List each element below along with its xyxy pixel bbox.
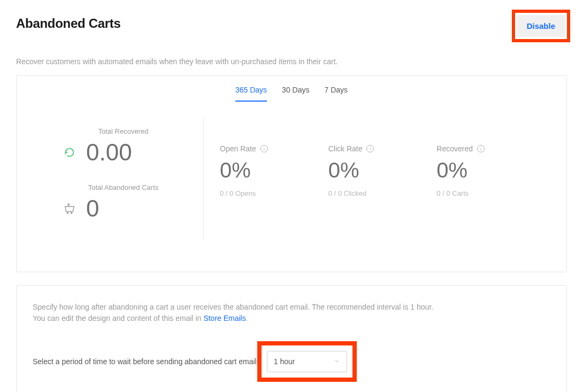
total-recovered-value: 0.00 (86, 141, 132, 164)
info-icon[interactable]: i (366, 145, 374, 152)
open-rate-sub: 0 / 0 Opens (220, 189, 328, 197)
info-icon[interactable]: i (260, 145, 268, 152)
click-rate-sub: 0 / 0 Clicked (328, 189, 437, 197)
open-rate-label: Open Rate (220, 144, 256, 153)
settings-help-text: Specify how long after abandoning a cart… (33, 302, 550, 324)
date-range-tabs: 365 Days 30 Days 7 Days (17, 76, 566, 102)
help-line-1: Specify how long after abandoning a cart… (33, 303, 433, 311)
metric-open-rate: Open Rate i 0% 0 / 0 Opens (220, 144, 328, 240)
disable-button-highlight: Disable (512, 10, 570, 42)
metric-click-rate: Click Rate i 0% 0 / 0 Clicked (328, 144, 437, 240)
click-rate-label: Click Rate (328, 144, 363, 153)
page-subtitle: Recover customers with automated emails … (16, 57, 567, 66)
svg-point-2 (67, 212, 68, 213)
recovered-label: Recovered (436, 144, 473, 153)
svg-point-3 (71, 212, 72, 213)
click-rate-value: 0% (328, 157, 437, 183)
refresh-icon (64, 147, 75, 158)
tab-7-days[interactable]: 7 Days (324, 86, 348, 102)
total-abandoned-label: Total Abandoned Carts (38, 183, 193, 191)
settings-card: Specify how long after abandoning a cart… (16, 285, 567, 392)
help-line-2-suffix: . (246, 314, 248, 322)
store-emails-link[interactable]: Store Emails (203, 314, 246, 322)
tab-365-days[interactable]: 365 Days (235, 86, 267, 102)
open-rate-value: 0% (220, 157, 328, 183)
recovered-sub: 0 / 0 Carts (436, 189, 545, 197)
total-abandoned-value: 0 (86, 197, 99, 220)
wait-period-highlight: 1 hour (257, 341, 357, 382)
metric-recovered: Recovered i 0% 0 / 0 Carts (436, 144, 545, 240)
recovered-value: 0% (436, 157, 545, 183)
stats-card: 365 Days 30 Days 7 Days Total Recovered … (16, 75, 567, 272)
wait-period-label: Select a period of time to wait before s… (33, 357, 260, 366)
tab-30-days[interactable]: 30 Days (282, 86, 309, 102)
wait-period-select[interactable]: 1 hour (267, 351, 347, 372)
disable-button[interactable]: Disable (517, 15, 565, 37)
total-recovered-label: Total Recovered (38, 127, 193, 135)
wait-period-value: 1 hour (274, 357, 295, 366)
chevron-down-icon (334, 357, 340, 366)
page-title: Abandoned Carts (16, 16, 121, 31)
help-line-2-prefix: You can edit the design and content of t… (33, 314, 203, 322)
info-icon[interactable]: i (477, 145, 485, 152)
cart-icon (64, 203, 75, 214)
